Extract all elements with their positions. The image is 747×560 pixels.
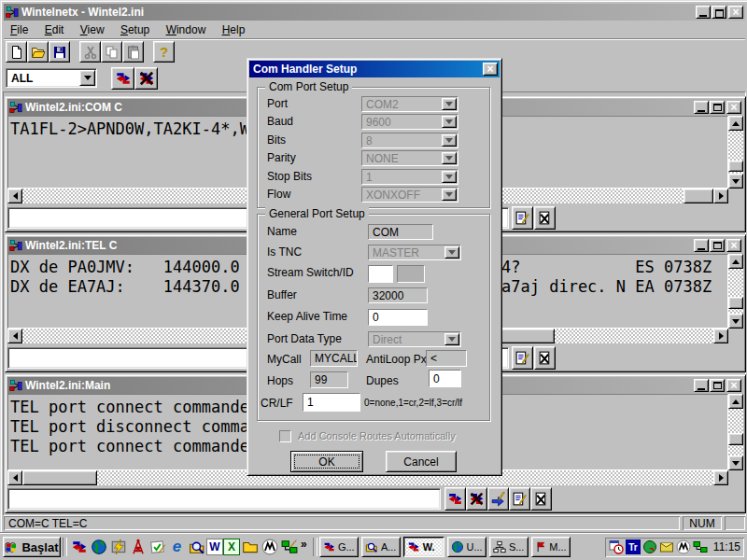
scroll-left-button[interactable] xyxy=(7,329,22,343)
scroll-left-button[interactable] xyxy=(7,189,22,203)
scroll-up-button[interactable] xyxy=(728,254,743,269)
filter-combobox[interactable]: ALL xyxy=(6,68,97,88)
scroll-right-button[interactable] xyxy=(713,470,728,485)
com-maximize-button[interactable] xyxy=(710,101,725,114)
tray-clock[interactable]: 11:15 xyxy=(713,540,740,553)
dialog-titlebar[interactable]: Com Handler Setup × xyxy=(249,61,500,77)
scroll-right-button[interactable] xyxy=(713,189,728,203)
quicklaunch-excel-icon[interactable]: X xyxy=(223,539,240,555)
name-field[interactable]: COM xyxy=(368,224,433,240)
menu-window[interactable]: Window xyxy=(160,21,213,38)
task-button-wintelnetx-active[interactable]: W. xyxy=(403,537,444,557)
main-disconnect-button[interactable] xyxy=(466,487,487,511)
stream-switch-field[interactable] xyxy=(368,265,393,283)
restore-button[interactable] xyxy=(712,6,726,19)
quicklaunch-notes-icon[interactable] xyxy=(148,538,167,557)
tray-calendar-clock-icon[interactable] xyxy=(609,539,624,554)
menu-edit[interactable]: Edit xyxy=(38,21,71,38)
quicklaunch-lightning-icon[interactable] xyxy=(108,538,128,557)
scrollbar-thumb[interactable] xyxy=(728,161,743,172)
tel-maximize-button[interactable] xyxy=(710,239,725,252)
main-send-button[interactable] xyxy=(487,487,509,511)
tel-edit-button[interactable] xyxy=(512,346,533,370)
task-button-g[interactable]: G... xyxy=(319,537,359,557)
disconnect-button[interactable] xyxy=(134,67,158,90)
menu-file[interactable]: File xyxy=(4,21,35,38)
menu-view[interactable]: View xyxy=(74,21,111,38)
keepalive-field[interactable]: 0 xyxy=(368,309,428,326)
paste-button[interactable] xyxy=(122,41,144,63)
scroll-down-button[interactable] xyxy=(728,314,743,329)
quicklaunch-ie-icon[interactable]: e xyxy=(167,538,187,557)
tray-motorola-icon[interactable] xyxy=(676,539,691,554)
tel-close-button[interactable]: × xyxy=(726,239,741,252)
tel-vscrollbar[interactable] xyxy=(728,254,743,329)
main-vscrollbar[interactable] xyxy=(728,394,743,470)
close-button[interactable]: × xyxy=(728,6,743,19)
scroll-down-button[interactable] xyxy=(728,455,743,470)
quicklaunch-word-icon[interactable]: W xyxy=(206,539,223,555)
task-button-s[interactable]: S... xyxy=(489,537,529,557)
tray-globe-sync-icon[interactable] xyxy=(642,539,657,554)
tel-minimize-button[interactable] xyxy=(694,239,709,252)
main-input[interactable] xyxy=(7,488,441,510)
scroll-up-button[interactable] xyxy=(728,116,743,131)
com-clear-button[interactable] xyxy=(534,206,556,230)
cancel-button[interactable]: Cancel xyxy=(386,451,457,472)
com-edit-button[interactable] xyxy=(512,206,533,230)
connect-button[interactable] xyxy=(111,67,134,90)
scroll-down-button[interactable] xyxy=(728,174,743,189)
dialog-close-button[interactable]: × xyxy=(483,63,498,76)
menu-help[interactable]: Help xyxy=(216,21,252,38)
tray-language-tr-icon[interactable]: Tr xyxy=(626,539,641,554)
help-button[interactable]: ? xyxy=(153,41,175,63)
open-button[interactable] xyxy=(27,41,49,63)
menu-setup[interactable]: Setup xyxy=(114,21,156,38)
tel-clear-button[interactable] xyxy=(534,346,556,370)
quicklaunch-sync-icon[interactable] xyxy=(69,538,89,557)
app-titlebar[interactable]: Wintelnetx - Wintel2.ini × xyxy=(4,4,745,21)
scrollbar-thumb[interactable] xyxy=(728,297,743,309)
main-clear-button[interactable] xyxy=(530,487,552,511)
add-console-routes-checkbox[interactable] xyxy=(279,430,291,442)
scroll-up-button[interactable] xyxy=(728,394,743,409)
com-close-button[interactable]: × xyxy=(726,101,741,114)
scrollbar-track[interactable] xyxy=(728,131,743,174)
hops-field[interactable]: 99 xyxy=(310,371,348,388)
main-maximize-button[interactable] xyxy=(710,379,725,392)
com-vscrollbar[interactable] xyxy=(728,116,743,189)
task-button-u[interactable]: U... xyxy=(447,537,486,557)
buffer-field[interactable]: 32000 xyxy=(368,287,428,303)
main-connect-button[interactable] xyxy=(444,487,466,511)
task-button-a[interactable]: A... xyxy=(361,537,401,557)
tray-wallet-icon[interactable] xyxy=(659,539,674,554)
quicklaunch-globe-icon[interactable] xyxy=(89,538,108,557)
scroll-left-button[interactable] xyxy=(7,470,22,485)
quicklaunch-network-icon[interactable] xyxy=(279,538,299,557)
main-minimize-button[interactable] xyxy=(694,379,709,392)
new-button[interactable] xyxy=(6,41,27,63)
com-minimize-button[interactable] xyxy=(694,101,709,114)
quicklaunch-folder-icon[interactable] xyxy=(240,538,260,557)
mycall-field[interactable]: MYCALL xyxy=(310,350,358,367)
quicklaunch-motorola-icon[interactable] xyxy=(260,538,279,557)
filter-dropdown-button[interactable] xyxy=(79,70,95,86)
scrollbar-track[interactable] xyxy=(728,409,743,455)
save-button[interactable] xyxy=(49,41,70,63)
task-button-m[interactable]: M... xyxy=(531,537,571,557)
scrollbar-thumb[interactable] xyxy=(499,329,555,343)
ok-button[interactable]: OK xyxy=(290,451,363,472)
quicklaunch-antenna-icon[interactable] xyxy=(128,538,148,557)
tray-network-icon[interactable] xyxy=(693,539,708,554)
start-button[interactable]: Başlat xyxy=(3,537,61,557)
main-close-button[interactable]: × xyxy=(726,379,741,392)
cut-button[interactable] xyxy=(79,41,101,63)
scrollbar-thumb[interactable] xyxy=(22,470,97,485)
quicklaunch-chevron-icon[interactable]: » xyxy=(301,538,307,551)
scrollbar-thumb[interactable] xyxy=(728,433,743,445)
scrollbar-track[interactable] xyxy=(728,269,743,314)
minimize-button[interactable] xyxy=(696,6,711,19)
antiloop-field[interactable]: < xyxy=(426,350,467,367)
quicklaunch-search-icon[interactable] xyxy=(187,538,206,557)
main-edit-button[interactable] xyxy=(509,487,530,511)
